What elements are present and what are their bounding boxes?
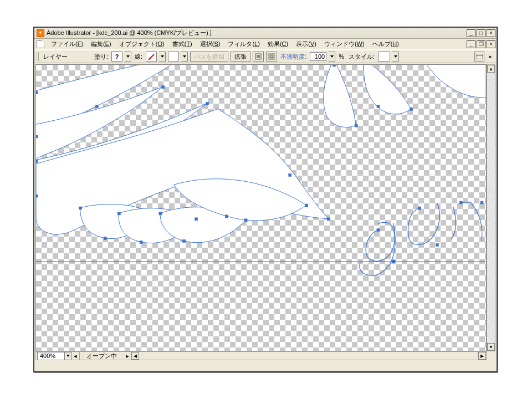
document-window-controls: _ ❐ ×	[467, 40, 497, 48]
svg-rect-17	[244, 219, 247, 222]
svg-rect-28	[480, 201, 483, 204]
menu-type[interactable]: 書式(T)	[169, 39, 196, 49]
svg-rect-2	[269, 54, 271, 56]
scroll-track[interactable]	[487, 73, 495, 343]
scroll-right-button[interactable]: ▶	[478, 352, 486, 360]
svg-rect-30	[36, 135, 38, 138]
horizontal-scrollbar: 400% ◂ オープン中 ▸ ◀ ▶	[35, 351, 487, 360]
app-icon: ✶	[37, 29, 44, 37]
maximize-button[interactable]: □	[477, 29, 485, 37]
graphic-style-dropdown[interactable]	[392, 52, 399, 62]
fill-label: 塗り:	[93, 53, 109, 61]
stroke-label: 線:	[134, 53, 144, 61]
fill-dropdown[interactable]	[125, 52, 131, 62]
canvas[interactable]	[35, 64, 487, 351]
svg-rect-20	[332, 65, 335, 66]
svg-rect-5	[272, 57, 274, 59]
scroll-down-button[interactable]: ▼	[487, 343, 495, 351]
titlebar: ✶ Adobe Illustrator - [kdc_200.ai @ 400%…	[34, 28, 497, 39]
opacity-unit: %	[337, 53, 345, 60]
scroll-up-button[interactable]: ▲	[487, 65, 495, 73]
zoom-field[interactable]: 400%	[37, 352, 65, 360]
options-flyout-icon[interactable]	[487, 53, 494, 60]
svg-rect-33	[104, 237, 106, 240]
toolbar-grip[interactable]	[37, 52, 40, 61]
svg-rect-16	[195, 218, 198, 221]
add-to-path-button: パスを追加	[190, 52, 228, 62]
menubar: ファイル(F) 編集(E) オブジェクト(O) 書式(T) 選択(S) フィルタ…	[34, 39, 497, 50]
svg-rect-34	[140, 241, 142, 244]
window-controls: _ □ ×	[467, 29, 495, 37]
svg-rect-22	[410, 108, 413, 110]
isolate-group-icon[interactable]	[253, 52, 264, 62]
stroke-swatch-none[interactable]	[146, 52, 157, 62]
status-prev-icon[interactable]: ◂	[71, 352, 79, 360]
menu-edit[interactable]: 編集(E)	[88, 39, 115, 49]
svg-rect-32	[36, 195, 38, 197]
titlebar-text: Adobe Illustrator - [kdc_200.ai @ 400% (…	[47, 29, 467, 37]
artwork	[36, 65, 486, 351]
close-button[interactable]: ×	[487, 29, 495, 37]
expand-button[interactable]: 拡張	[231, 52, 250, 62]
opacity-label[interactable]: 不透明度:	[279, 53, 308, 61]
panel-toggle-icon[interactable]	[474, 52, 484, 62]
opacity-dropdown[interactable]	[329, 52, 335, 62]
document-area: ▲ ▼ 400% ◂ オープン中 ▸ ◀ ▶	[34, 63, 497, 361]
zoom-dropdown[interactable]	[65, 352, 71, 360]
svg-rect-27	[459, 201, 462, 204]
svg-rect-36	[225, 215, 228, 218]
status-text: オープン中	[79, 352, 124, 360]
svg-rect-13	[79, 207, 82, 209]
stroke-weight-field[interactable]	[168, 52, 179, 62]
status-next-icon[interactable]: ▸	[124, 352, 131, 360]
align-panel-icon[interactable]	[266, 52, 277, 62]
menu-file[interactable]: ファイル(F)	[48, 39, 86, 49]
doc-minimize-button[interactable]: _	[467, 40, 475, 48]
doc-restore-button[interactable]: ❐	[477, 40, 485, 48]
svg-rect-6	[476, 54, 483, 59]
svg-rect-19	[355, 124, 357, 127]
options-bar: レイヤー 塗り: ? 線: パスを追加 拡張 不透明度: 100 % スタイル:	[34, 50, 497, 63]
svg-rect-18	[305, 204, 308, 207]
svg-rect-9	[162, 86, 165, 89]
svg-rect-10	[206, 102, 208, 105]
menu-effect[interactable]: 効果(C)	[264, 39, 291, 49]
svg-rect-14	[117, 212, 120, 215]
svg-rect-29	[36, 91, 38, 94]
svg-rect-3	[272, 54, 274, 56]
svg-rect-15	[159, 212, 162, 215]
minimize-button[interactable]: _	[467, 29, 475, 37]
svg-rect-25	[418, 207, 421, 209]
svg-rect-35	[183, 240, 186, 243]
doc-close-button[interactable]: ×	[487, 40, 495, 48]
svg-rect-31	[36, 160, 38, 163]
vertical-scrollbar[interactable]: ▲ ▼	[487, 64, 495, 351]
scroll-left-button[interactable]: ◀	[131, 352, 139, 360]
menu-object[interactable]: オブジェクト(O)	[116, 39, 168, 49]
artboard-edge	[36, 262, 486, 262]
svg-rect-26	[436, 244, 438, 247]
stroke-weight-dropdown[interactable]	[181, 52, 188, 62]
svg-rect-12	[327, 218, 330, 221]
fill-swatch[interactable]: ?	[111, 52, 122, 62]
svg-rect-4	[269, 57, 271, 59]
menu-window[interactable]: ウィンドウ(W)	[321, 39, 368, 49]
graphic-style-swatch[interactable]	[378, 52, 390, 62]
document-icon	[37, 40, 44, 48]
svg-rect-21	[377, 105, 380, 108]
svg-rect-23	[377, 229, 380, 232]
style-label: スタイル:	[347, 53, 376, 61]
opacity-field[interactable]: 100	[310, 52, 326, 61]
menu-help[interactable]: ヘルプ(H)	[369, 39, 402, 49]
stroke-dropdown[interactable]	[159, 52, 166, 62]
app-window: ✶ Adobe Illustrator - [kdc_200.ai @ 400%…	[33, 27, 498, 372]
selection-type-label: レイヤー	[42, 53, 69, 61]
svg-rect-11	[289, 173, 291, 176]
menu-select[interactable]: 選択(S)	[197, 39, 224, 49]
svg-rect-1	[257, 55, 260, 58]
menu-view[interactable]: 表示(V)	[293, 39, 320, 49]
menu-filter[interactable]: フィルタ(L)	[224, 39, 263, 49]
svg-rect-8	[95, 105, 98, 108]
